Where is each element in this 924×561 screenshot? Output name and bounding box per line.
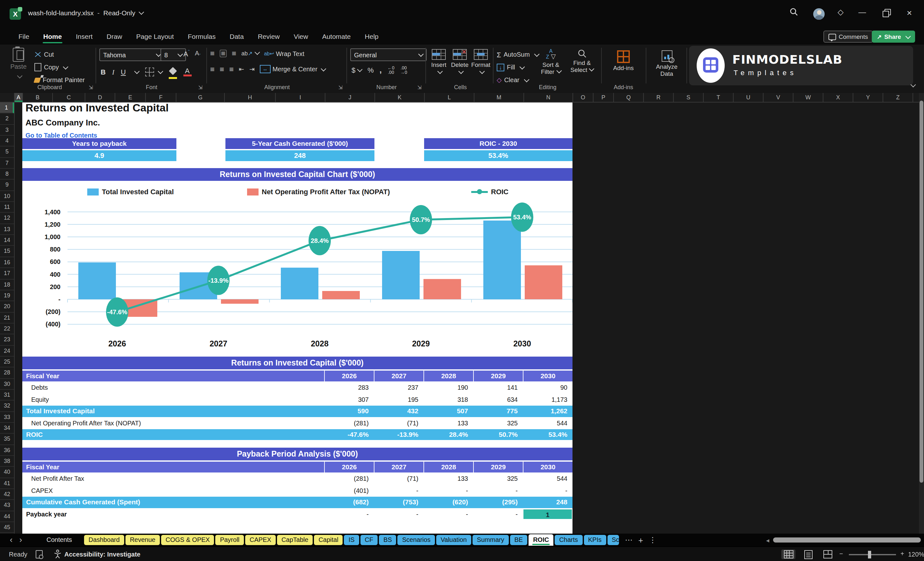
align-left-icon[interactable]: ≡ <box>210 66 214 72</box>
wrap-text-button[interactable]: ab↩Wrap Text <box>264 50 304 57</box>
row-header-40[interactable]: 40 <box>0 467 14 478</box>
delete-cells-button[interactable]: Delete <box>450 49 470 75</box>
ribbon-tab-insert[interactable]: Insert <box>69 28 100 45</box>
row-header-28[interactable]: 28 <box>0 368 14 379</box>
clipboard-dialog-launcher[interactable]: ⇲ <box>89 85 93 90</box>
row-header-15[interactable]: 15 <box>0 246 14 257</box>
addins-button[interactable]: Add-ins <box>604 50 643 71</box>
restore-button[interactable] <box>879 10 892 19</box>
ribbon-tab-automate[interactable]: Automate <box>315 28 358 45</box>
hscroll-left-arrow[interactable]: ◂ <box>766 537 769 544</box>
sheet-tab-cogs-opex[interactable]: COGS & OPEX <box>161 535 214 545</box>
row-header-22[interactable]: 22 <box>0 324 14 334</box>
minimize-button[interactable]: — <box>856 8 868 16</box>
sheet-tab-capital[interactable]: Capital <box>314 535 343 545</box>
row-header-13[interactable]: 13 <box>0 224 14 235</box>
ribbon-tab-draw[interactable]: Draw <box>100 28 129 45</box>
prev-sheet-arrow[interactable]: ‹ <box>6 534 16 546</box>
sheet-tab-is[interactable]: IS <box>344 535 359 545</box>
column-header-B[interactable]: B <box>23 93 53 102</box>
merge-center-button[interactable]: ↔Merge & Center <box>260 65 326 73</box>
column-header-M[interactable]: M <box>474 93 524 102</box>
column-header-Q[interactable]: Q <box>614 93 644 102</box>
comma-format-button[interactable]: , <box>380 65 382 75</box>
row-header-2[interactable]: 2 <box>0 114 14 125</box>
page-break-view-button[interactable] <box>821 549 835 559</box>
normal-view-button[interactable] <box>782 549 795 559</box>
sheet-tab-charts[interactable]: Charts <box>555 535 582 545</box>
bold-button[interactable]: B <box>100 68 106 76</box>
zoom-slider-thumb[interactable] <box>868 551 871 558</box>
column-header-S[interactable]: S <box>674 93 704 102</box>
search-icon[interactable] <box>787 8 800 18</box>
macro-record-icon[interactable] <box>36 550 43 558</box>
insert-cells-button[interactable]: Insert <box>429 49 448 75</box>
font-size-select[interactable]: 8 <box>160 48 186 61</box>
row-header-30[interactable]: 30 <box>0 379 14 390</box>
column-header-U[interactable]: U <box>734 93 764 102</box>
fill-color-button[interactable] <box>168 65 177 79</box>
font-name-select[interactable]: Tahoma <box>99 48 164 61</box>
ribbon-tab-home[interactable]: Home <box>36 28 69 45</box>
sheet-tab-contents[interactable]: Contents <box>42 535 76 545</box>
ribbon-tab-formulas[interactable]: Formulas <box>181 28 223 45</box>
user-avatar[interactable] <box>813 8 825 20</box>
close-button[interactable]: × <box>903 8 916 18</box>
currency-format-button[interactable]: $ <box>351 66 362 74</box>
premium-diamond-icon[interactable]: ◇ <box>834 8 847 16</box>
row-header-14[interactable]: 14 <box>0 235 14 246</box>
sheet-tab-cf[interactable]: CF <box>360 535 378 545</box>
row-header-32[interactable]: 32 <box>0 401 14 412</box>
sheet-tab-scenarios[interactable]: Scenarios <box>398 535 435 545</box>
column-header-K[interactable]: K <box>375 93 425 102</box>
comments-button[interactable]: Comments <box>824 31 873 43</box>
row-header-11[interactable]: 11 <box>0 202 14 213</box>
row-header-35[interactable]: 35 <box>0 434 14 445</box>
row-header-43[interactable]: 43 <box>0 500 14 512</box>
vertical-scrollbar-thumb[interactable] <box>920 100 923 483</box>
sheet-tab-roic[interactable]: ROIC <box>528 534 554 546</box>
column-header-F[interactable]: F <box>146 93 176 102</box>
zoom-slider[interactable] <box>849 554 896 555</box>
row-header-1[interactable]: 1 <box>0 102 14 114</box>
sort-filter-button[interactable]: AZ ▽ Sort &Filter <box>537 49 564 75</box>
ribbon-tab-review[interactable]: Review <box>251 28 287 45</box>
column-header-C[interactable]: C <box>53 93 86 102</box>
column-header-Z[interactable]: Z <box>883 93 913 102</box>
row-header-42[interactable]: 42 <box>0 489 14 500</box>
accessibility-status[interactable]: Accessibility: Investigate <box>64 551 140 558</box>
column-header-J[interactable]: J <box>326 93 375 102</box>
decrease-decimal-button[interactable]: .00→0 <box>400 65 407 74</box>
column-header-A[interactable]: A <box>15 93 23 102</box>
add-sheet-button[interactable]: + <box>638 535 643 545</box>
column-header-T[interactable]: T <box>704 93 734 102</box>
row-header-21[interactable]: 21 <box>0 312 14 324</box>
row-header-19[interactable]: 19 <box>0 290 14 302</box>
zoom-in-button[interactable]: + <box>900 550 904 557</box>
document-title[interactable]: wash-fold-laundry.xlsx - Read-Only <box>28 9 144 16</box>
column-header-E[interactable]: E <box>115 93 146 102</box>
increase-font-button[interactable]: Aˆ <box>183 50 189 58</box>
copy-button[interactable]: Copy <box>34 62 85 73</box>
ribbon-tab-page-layout[interactable]: Page Layout <box>129 28 181 45</box>
align-center-icon[interactable]: ≡ <box>220 66 224 72</box>
format-painter-button[interactable]: Format Painter <box>34 75 85 86</box>
row-header-45[interactable]: 45 <box>0 522 14 533</box>
column-header-D[interactable]: D <box>86 93 115 102</box>
zoom-level[interactable]: 120% <box>908 551 924 558</box>
percent-format-button[interactable]: % <box>368 66 374 74</box>
column-header-N[interactable]: N <box>524 93 573 102</box>
row-header-12[interactable]: 12 <box>0 213 14 224</box>
format-cells-button[interactable]: Format <box>471 49 490 75</box>
row-header-44[interactable]: 44 <box>0 511 14 522</box>
sheet-tab-sc[interactable]: Sc <box>607 535 619 545</box>
paste-button[interactable]: Paste <box>6 48 31 81</box>
more-sheets-ellipsis[interactable]: ⋯ <box>625 536 633 544</box>
row-header-36[interactable]: 36 <box>0 445 14 456</box>
row-header-3[interactable]: 3 <box>0 124 14 136</box>
row-header-34[interactable]: 34 <box>0 423 14 434</box>
autosum-button[interactable]: ΣAutoSum <box>497 49 539 60</box>
next-sheet-arrow[interactable]: › <box>16 534 26 546</box>
clear-button[interactable]: ◇Clear <box>497 75 539 86</box>
column-header-Y[interactable]: Y <box>854 93 883 102</box>
